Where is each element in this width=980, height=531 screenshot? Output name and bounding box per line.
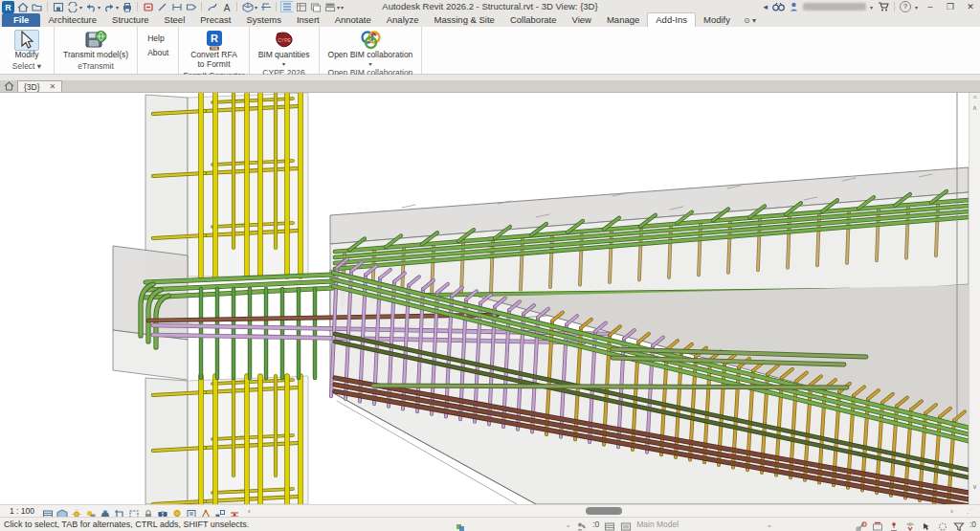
section-icon[interactable] — [260, 2, 272, 12]
tag-button[interactable] — [185, 1, 197, 12]
tab-modify[interactable]: Modify — [696, 13, 738, 27]
drawing-area[interactable] — [0, 93, 969, 504]
measure-button[interactable] — [156, 1, 168, 12]
open-button[interactable] — [31, 1, 43, 12]
measure-icon[interactable] — [157, 2, 168, 12]
home-button[interactable] — [16, 1, 29, 12]
sun-path-icon[interactable] — [71, 506, 82, 517]
crop-view-icon[interactable] — [114, 506, 125, 517]
customize-qat-icon[interactable]: ▾ — [341, 4, 344, 11]
sync-button[interactable] — [66, 1, 78, 12]
default-3d-view-dropdown-icon[interactable]: ▾ — [255, 4, 257, 11]
view-tab-close-icon[interactable]: ✕ — [50, 82, 56, 91]
undo-icon[interactable] — [85, 2, 97, 12]
select-underlay-icon[interactable] — [872, 519, 883, 529]
design-options-icon[interactable] — [620, 519, 632, 529]
bim-quantities-button[interactable]: CYPEBIM quantities▾ — [256, 29, 313, 68]
render-dialog-icon[interactable] — [100, 506, 111, 517]
open-bim-collaboration-dropdown-icon[interactable]: ▾ — [368, 60, 371, 67]
tab-add-ins[interactable]: Add-Ins — [647, 12, 696, 27]
revit-menu-button[interactable]: R — [2, 1, 14, 12]
aligned-dimension-button[interactable] — [170, 1, 183, 12]
select-links-icon[interactable] — [856, 519, 867, 529]
worksets-icon[interactable] — [604, 519, 615, 529]
transfer-button[interactable] — [142, 1, 154, 12]
reveal-exclusions-icon[interactable] — [937, 519, 948, 529]
thin-lines-button[interactable] — [280, 1, 293, 12]
select-by-face-icon[interactable] — [904, 521, 916, 531]
switch-windows-button[interactable] — [323, 1, 336, 12]
visual-style-icon[interactable] — [56, 506, 68, 517]
view-tab-3d[interactable]: {3D} ✕ — [17, 80, 62, 92]
shadows-icon[interactable] — [85, 506, 97, 517]
save-button[interactable] — [52, 1, 64, 12]
transfer-icon[interactable] — [143, 2, 154, 12]
text-icon[interactable]: A — [221, 2, 233, 12]
help-button[interactable]: Help — [144, 32, 167, 45]
model-line-icon[interactable] — [207, 2, 218, 12]
scroll-up-icon[interactable]: ∧ — [969, 102, 980, 114]
cart-icon[interactable] — [878, 2, 889, 11]
worksharing-dropdown-icon[interactable]: ⌄ — [565, 520, 571, 529]
drag-on-selection-icon[interactable] — [921, 519, 932, 529]
show-crop-region-icon[interactable] — [128, 506, 140, 517]
select-by-face-icon[interactable] — [904, 519, 916, 529]
help-icon[interactable]: ? — [900, 1, 911, 12]
filter-icon[interactable] — [953, 519, 965, 529]
print-button[interactable] — [121, 1, 133, 12]
tag-icon[interactable] — [186, 2, 197, 12]
lock-3d-view-icon[interactable] — [143, 506, 154, 517]
about-button[interactable]: About — [144, 46, 172, 59]
print-icon[interactable] — [122, 2, 133, 12]
undo-button[interactable] — [84, 1, 97, 12]
select-pinned-icon[interactable] — [888, 519, 900, 529]
bim-quantities-dropdown-icon[interactable]: ▾ — [282, 60, 285, 67]
convert-rfa-to-formit-button[interactable]: RRFAConvert RFA to FormIt — [188, 29, 240, 71]
scroll-left-icon[interactable]: ‹ — [248, 505, 251, 518]
user-name-redacted[interactable] — [803, 3, 866, 11]
select-underlay-icon[interactable] — [872, 521, 883, 531]
text-button[interactable]: A — [220, 1, 233, 12]
redo-icon[interactable] — [103, 2, 115, 12]
sync-icon[interactable] — [67, 2, 78, 12]
design-options-icon[interactable] — [620, 521, 632, 531]
user-avatar-icon[interactable] — [790, 2, 798, 11]
search-binoculars-icon[interactable] — [772, 2, 785, 11]
select-pinned-icon[interactable] — [888, 521, 900, 531]
redo-dropdown-icon[interactable]: ▾ — [116, 4, 119, 11]
default-3d-view-icon[interactable] — [242, 2, 254, 12]
tab-manage[interactable]: Manage — [599, 13, 647, 27]
tab-massing-site[interactable]: Massing & Site — [427, 13, 502, 27]
schedule-button[interactable] — [295, 1, 307, 12]
revit-menu-icon[interactable]: R — [2, 1, 14, 13]
vertical-scrollbar[interactable]: ≡ ∧ ∨ — [969, 93, 980, 504]
horizontal-scrollbar[interactable]: ‹ › — [246, 505, 967, 518]
highlight-displacement-icon[interactable] — [214, 506, 226, 517]
help-dropdown-icon[interactable]: ▾ — [915, 4, 918, 11]
home-icon[interactable] — [17, 2, 29, 12]
panel-label-select[interactable]: Select ▾ — [0, 61, 54, 74]
navigation-bar-collapsed-icon[interactable]: ≡ — [969, 93, 980, 102]
temporary-hide-isolate-icon[interactable] — [157, 506, 168, 517]
temporary-view-properties-icon[interactable] — [186, 506, 197, 517]
tab-structure[interactable]: Structure — [104, 13, 157, 27]
show-analytical-model-icon[interactable] — [200, 506, 212, 517]
save-icon[interactable] — [53, 2, 64, 12]
detail-level-icon[interactable] — [42, 506, 54, 517]
worksets-icon[interactable] — [604, 521, 615, 531]
scroll-right-icon[interactable]: › — [950, 505, 953, 518]
restore-button[interactable]: ❐ — [943, 1, 958, 12]
tab-systems[interactable]: Systems — [238, 13, 288, 27]
drag-on-selection-icon[interactable] — [921, 521, 932, 531]
scroll-down-icon[interactable]: ∨ — [969, 481, 980, 493]
tab-analyze[interactable]: Analyze — [379, 13, 427, 27]
reveal-hidden-elements-icon[interactable] — [171, 506, 183, 517]
redo-button[interactable] — [102, 1, 115, 12]
model-line-button[interactable] — [206, 1, 218, 12]
switch-windows-dropdown-icon[interactable]: ▾ — [337, 4, 340, 11]
tab-steel[interactable]: Steel — [157, 13, 193, 27]
tab-annotate[interactable]: Annotate — [327, 13, 379, 27]
schedule-icon[interactable] — [296, 2, 307, 12]
select-links-icon[interactable] — [856, 521, 867, 531]
tab-file[interactable]: File — [2, 13, 40, 27]
